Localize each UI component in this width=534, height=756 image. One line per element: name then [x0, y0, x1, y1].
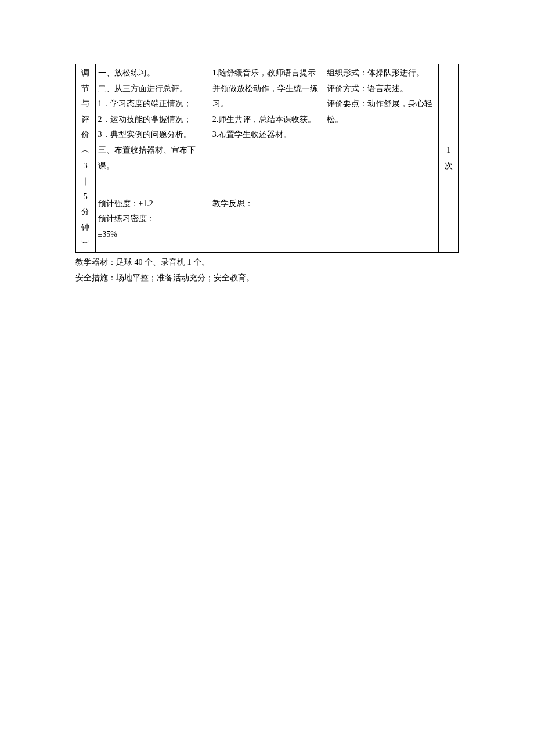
intensity-line: ±35%	[98, 227, 207, 243]
equipment-text: 教学器材：足球 40 个、录音机 1 个。	[75, 255, 459, 271]
table-row-main: 调节与评价︵3｜5分钟︶ 一、放松练习。二、从三方面进行总评。1．学习态度的端正…	[76, 64, 459, 195]
content-line: 2．运动技能的掌握情况；	[98, 112, 207, 128]
phase-cell: 调节与评价︵3｜5分钟︶	[76, 64, 96, 253]
intensity-line: 预计练习密度：	[98, 211, 207, 227]
content-line: 3．典型实例的问题分析。	[98, 127, 207, 143]
times-cell: 1次	[439, 64, 459, 253]
phase-label: 调节与评价︵3｜5分钟︶	[77, 66, 94, 251]
content-line: 三、布置收拾器材、宣布下课。	[98, 143, 207, 174]
content-line: 二、从三方面进行总评。	[98, 81, 207, 97]
intensity-cell: 预计强度：±1.2预计练习密度：±35%	[95, 195, 210, 253]
lesson-plan-table: 调节与评价︵3｜5分钟︶ 一、放松练习。二、从三方面进行总评。1．学习态度的端正…	[75, 64, 459, 253]
reflection-label: 教学反思：	[212, 199, 253, 208]
org-line: 评价要点：动作舒展，身心轻松。	[327, 96, 436, 127]
content-line: 一、放松练习。	[98, 66, 207, 81]
reflection-cell: 教学反思：	[210, 195, 439, 253]
times-label: 1次	[440, 143, 457, 174]
method-line: 1.随舒缓音乐，教师语言提示并领做放松动作，学生统一练习。	[212, 66, 322, 112]
method-line: 2.师生共评，总结本课收获。	[212, 112, 322, 128]
safety-text: 安全措施：场地平整；准备活动充分；安全教育。	[75, 271, 459, 286]
method-cell: 1.随舒缓音乐，教师语言提示并领做放松动作，学生统一练习。2.师生共评，总结本课…	[210, 64, 324, 195]
intensity-line: 预计强度：±1.2	[98, 196, 207, 212]
content-line: 1．学习态度的端正情况；	[98, 96, 207, 112]
org-line: 评价方式：语言表述。	[327, 81, 436, 97]
method-line: 3.布置学生收还器材。	[212, 127, 322, 143]
content-cell: 一、放松练习。二、从三方面进行总评。1．学习态度的端正情况；2．运动技能的掌握情…	[95, 64, 210, 195]
footer-section: 教学器材：足球 40 个、录音机 1 个。 安全措施：场地平整；准备活动充分；安…	[75, 255, 459, 286]
org-line: 组织形式：体操队形进行。	[327, 66, 436, 81]
org-cell: 组织形式：体操队形进行。评价方式：语言表述。评价要点：动作舒展，身心轻松。	[324, 64, 439, 195]
table-row-reflection: 预计强度：±1.2预计练习密度：±35% 教学反思：	[76, 195, 459, 253]
